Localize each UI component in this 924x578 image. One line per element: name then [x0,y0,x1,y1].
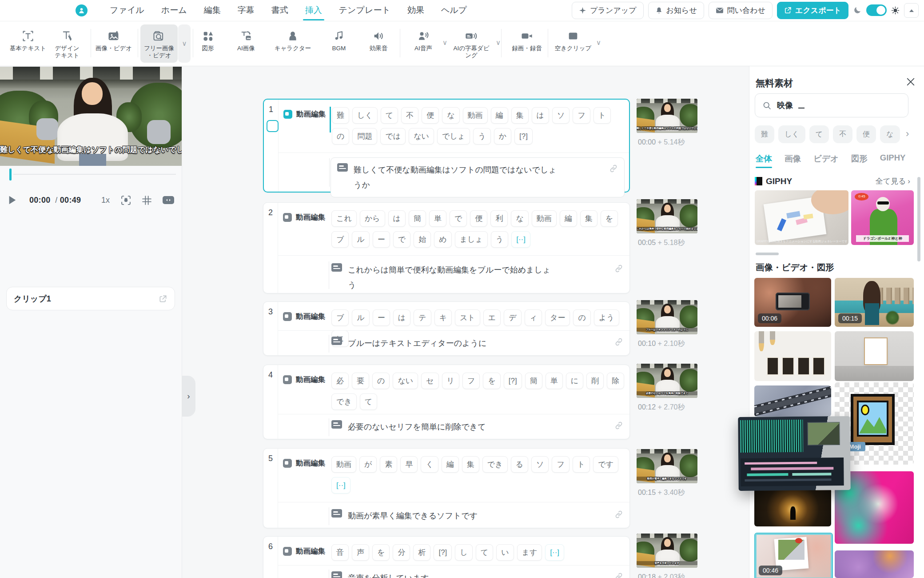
word-chip[interactable]: 必 [331,373,349,389]
word-chip[interactable]: デ [504,309,521,326]
word-chip[interactable]: の [573,309,590,326]
word-chip[interactable]: でき [482,456,508,473]
word-chip[interactable]: な [442,107,459,124]
link-icon[interactable] [614,337,623,346]
link-icon[interactable] [609,164,618,173]
suggestion-chip[interactable]: て [809,125,829,143]
clip-type-label[interactable]: 動画編集 [283,312,325,321]
tool-shapes[interactable]: 図形 [194,24,222,63]
word-chip[interactable]: の [372,373,390,389]
word-chip[interactable]: 声 [352,544,369,561]
word-chip[interactable]: 便 [470,210,487,227]
export-button[interactable]: エクスポート [777,2,848,19]
dragged-asset-preview[interactable] [738,416,850,491]
word-chip[interactable]: [··] [511,231,530,248]
word-chip[interactable]: が [359,456,377,473]
word-chip[interactable]: ー [373,309,390,326]
word-chip[interactable]: い [496,544,514,561]
word-chip[interactable]: ない [393,373,418,389]
giphy-see-all-link[interactable]: 全て見る › [876,176,910,186]
word-chip[interactable]: を [372,544,390,561]
word-chip[interactable]: ル [352,309,369,326]
word-chip[interactable]: め [434,231,451,248]
plan-upgrade-button[interactable]: プランアップ [572,2,643,19]
chips-scroll-right-button[interactable]: › [906,128,909,140]
tool-character[interactable]: キャラクター [272,24,313,63]
word-chip[interactable]: フ [462,373,480,389]
clip-thumbnail-4[interactable]: 必要のないセリフを簡単に削除できて [637,364,697,398]
suggestion-chip[interactable]: な [880,125,900,143]
asset-video-polaroid[interactable]: 00:46 [754,533,833,578]
script-row-4[interactable]: 4 動画編集 必要のないセリフを[?]簡単に削除できて 必要のないセリフを簡単に… [263,365,630,439]
word-chip[interactable]: 編 [491,107,508,124]
word-chip[interactable]: エ [483,309,501,326]
user-avatar[interactable] [76,4,88,16]
word-chip[interactable]: て [476,544,493,561]
word-chip[interactable]: を [601,210,618,227]
video-preview[interactable]: 難しくて不便な動画編集はソフトの問題ではないでしょうか [0,67,182,166]
word-chip[interactable]: ル [352,231,369,248]
word-chip[interactable]: 簡 [409,210,426,227]
subtitle-row[interactable]: 音声を分析しています [331,570,623,578]
word-chip[interactable]: 集 [462,456,479,473]
word-chip[interactable]: テ [414,309,431,326]
tab-shapes[interactable]: 図形 [851,153,868,168]
snapshot-icon[interactable] [120,195,131,206]
word-chip[interactable]: ト [573,456,590,473]
playhead-marker[interactable] [9,169,12,181]
menu-edit[interactable]: 編集 [195,0,229,20]
word-chip[interactable]: セ [421,373,438,389]
word-chip[interactable]: 簡 [525,373,542,389]
word-chip[interactable]: [··] [545,544,564,561]
clip-card[interactable]: クリップ1 [6,287,175,310]
subtitle-text[interactable]: ブルーはテキストエディターのように [348,336,486,351]
word-chip[interactable]: では [380,128,406,144]
subtitle-text[interactable]: これからは簡単で便利な動画編集をブルーで始めましょう [348,262,557,293]
panel-scrollbar[interactable] [917,177,920,261]
word-chip[interactable]: 集 [511,107,529,124]
word-chip[interactable]: ソ [531,456,549,473]
word-chip[interactable]: キ [434,309,452,326]
word-chip[interactable]: 利 [490,210,508,227]
subtitle-row[interactable]: 動画が素早く編集できるソフトです [331,508,623,523]
asset-image-film-strip[interactable] [754,385,831,417]
menu-format[interactable]: 書式 [263,0,297,20]
word-chip[interactable]: ト [593,107,611,124]
suggestion-chip[interactable]: しく [778,125,805,143]
word-chip[interactable]: 単 [546,373,563,389]
word-chip[interactable]: 動画 [331,456,356,473]
menu-file[interactable]: ファイル [101,0,153,20]
giphy-thumb-anime[interactable]: 0:45 ドラゴンボールZ 神と神 [851,190,914,245]
asset-image-gallery-wall[interactable] [754,331,831,381]
suggestion-chip[interactable]: 難 [755,125,774,143]
word-chip[interactable]: 便 [422,107,439,124]
notifications-button[interactable]: お知らせ [648,2,704,19]
tool-bgm[interactable]: BGM [326,24,352,63]
subtitle-editor-box[interactable]: 難しくて不便な動画編集はソフトの問題ではないでしょうか [331,157,625,197]
word-chip[interactable]: でき [331,393,357,410]
word-chip[interactable]: ィ [525,309,542,326]
word-chip[interactable]: し [455,544,472,561]
tool-image-video[interactable]: 画像・ビデオ [92,24,135,63]
script-row-3[interactable]: 3 動画編集 ブルーはテキストエディターのように ブルーはテキストエディターのよ… [263,301,630,356]
script-row-2[interactable]: 2 動画編集 これからは簡単で便利な動画編集をブルーで始めましょう[··] これ… [263,202,630,293]
play-button[interactable] [8,195,17,205]
seek-strip[interactable] [0,169,182,186]
tool-ai-dubbing[interactable]: AIの字幕ダビ ング [448,24,495,63]
word-chip[interactable]: から [360,210,385,227]
word-chip[interactable]: [?] [434,544,452,561]
tab-giphy[interactable]: GIPHY [880,153,906,168]
subtitle-text[interactable]: 難しくて不便な動画編集はソフトの問題ではないでしょうか [354,162,562,193]
clip-thumbnail-5[interactable]: 動画が素早く編集できるソフトです [637,449,697,483]
menu-home[interactable]: ホーム [153,0,195,20]
link-icon[interactable] [614,572,623,578]
tool-sfx[interactable]: 効果音 [363,24,394,63]
clip-type-label[interactable]: 動画編集 [283,213,325,222]
asset-image-fabric[interactable] [835,550,914,578]
grid-icon[interactable] [141,195,152,206]
word-chip[interactable]: 早 [400,456,418,473]
link-icon[interactable] [614,264,623,273]
close-icon[interactable] [906,77,916,87]
word-chip[interactable]: か [494,128,511,144]
word-chip[interactable]: [?] [514,128,533,144]
